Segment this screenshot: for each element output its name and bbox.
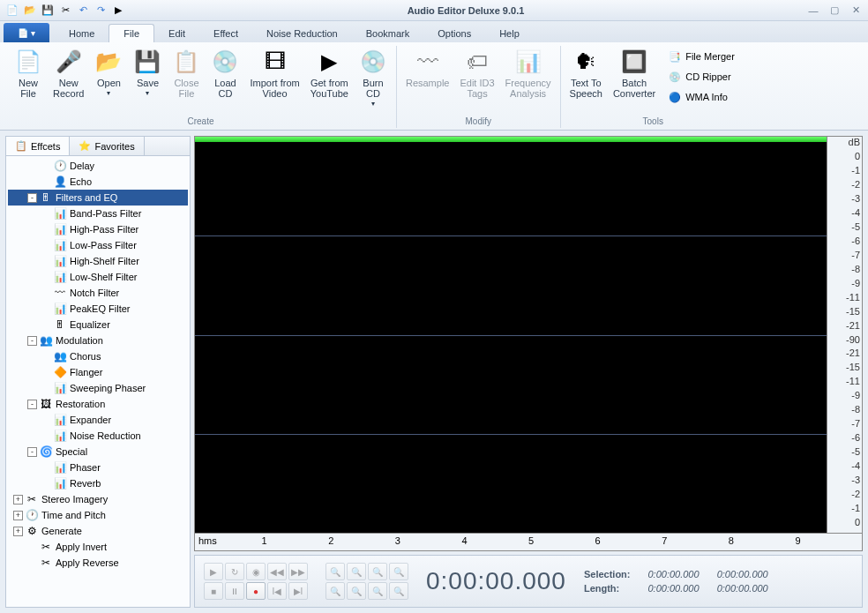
tree-item-stereo-imagery[interactable]: +✂Stereo Imagery [8, 491, 188, 507]
close-icon[interactable]: ✕ [849, 4, 863, 18]
ribbon-btn-new-record[interactable]: 🎤NewRecord [48, 46, 89, 101]
tree-node-icon: ⚙ [25, 524, 39, 538]
tree-item-high-shelf-filter[interactable]: 📊High-Shelf Filter [8, 253, 188, 269]
zoom-sel-icon[interactable]: 🔍 [368, 563, 387, 580]
pause-button[interactable]: ⏸ [225, 582, 244, 600]
text to-icon: 🗣 [572, 48, 600, 76]
ribbon-btn-open[interactable]: 📂Open▾ [89, 46, 128, 100]
tree-item-generate[interactable]: +⚙Generate [8, 523, 188, 539]
tree-item-echo[interactable]: 👤Echo [8, 174, 188, 190]
zoom-in-icon[interactable]: 🔍 [326, 563, 345, 580]
qat-new-icon[interactable]: 📄 [5, 4, 19, 18]
tree-item-reverb[interactable]: 📊Reverb [8, 475, 188, 491]
tree-item-phaser[interactable]: 📊Phaser [8, 460, 188, 475]
ribbon-tab-home[interactable]: Home [55, 25, 108, 42]
timeline-unit: hms [198, 535, 217, 546]
ribbon-side-wma-info[interactable]: 🔵WMA Info [664, 88, 738, 106]
tree-node-label: Time and Pitch [41, 510, 106, 520]
play-button[interactable]: ▶ [204, 563, 223, 580]
forward-button[interactable]: ▶▶ [288, 563, 308, 580]
dropdown-arrow-icon: ▾ [137, 90, 159, 98]
tree-item-noise-reduction[interactable]: 📊Noise Reduction [8, 428, 188, 444]
zoom-out-v-icon[interactable]: 🔍 [347, 582, 366, 600]
zoom-out-icon[interactable]: 🔍 [347, 563, 366, 580]
ribbon-btn-get-from-youtube[interactable]: ▶Get fromYouTube [305, 46, 354, 101]
waveform-canvas[interactable]: dB0-1-2-3-4-5-6-7-8-9-11-15-21-90-21-15-… [194, 136, 863, 534]
tree-item-low-pass-filter[interactable]: 📊Low-Pass Filter [8, 237, 188, 253]
tree-node-label: Modulation [56, 335, 103, 346]
minimize-icon[interactable]: — [806, 4, 820, 18]
tree-item-high-pass-filter[interactable]: 📊High-Pass Filter [8, 221, 188, 237]
ribbon-btn-import-from-video[interactable]: 🎞Import fromVideo [244, 46, 304, 101]
tree-node-label: Low-Pass Filter [70, 240, 137, 250]
ribbon-tab-bookmark[interactable]: Bookmark [352, 25, 424, 42]
ribbon-btn-batch-converter[interactable]: 🔲BatchConverter [608, 46, 661, 101]
expand-icon[interactable]: + [13, 527, 23, 536]
ribbon-btn-new-file[interactable]: 📄NewFile [9, 46, 48, 101]
zoom-fit-icon[interactable]: 🔍 [389, 563, 408, 580]
qat-play-icon[interactable]: ▶ [111, 4, 125, 18]
tree-item-delay[interactable]: 🕐Delay [8, 158, 188, 174]
qat-save-icon[interactable]: 💾 [41, 4, 55, 18]
loop-button[interactable]: ↻ [225, 563, 244, 580]
collapse-icon[interactable]: - [27, 336, 37, 346]
ribbon-tab-file[interactable]: File [108, 24, 154, 42]
ribbon-side-cd-ripper[interactable]: 💿CD Ripper [664, 68, 738, 86]
ribbon-tab-help[interactable]: Help [485, 25, 534, 42]
tree-item-expander[interactable]: 📊Expander [8, 412, 188, 428]
tree-item-band-pass-filter[interactable]: 📊Band-Pass Filter [8, 206, 188, 221]
effects-tree[interactable]: 🕐Delay👤Echo-🎚Filters and EQ📊Band-Pass Fi… [6, 156, 190, 607]
record-button[interactable]: ● [246, 582, 266, 600]
tab-effects[interactable]: 📋 Effcets [6, 137, 70, 155]
goto-end-button[interactable]: ▶I [288, 582, 308, 600]
qat-cut-icon[interactable]: ✂ [58, 4, 72, 18]
zoom-left-icon[interactable]: 🔍 [368, 582, 387, 600]
tree-item-sweeping-phaser[interactable]: 📊Sweeping Phaser [8, 380, 188, 396]
ribbon-btn-burn-cd[interactable]: 💿BurnCD▾ [354, 46, 393, 110]
timeline[interactable]: hms 123456789 [194, 534, 863, 551]
tree-item-equalizer[interactable]: 🎚Equalizer [8, 317, 188, 333]
tree-node-label: Delay [70, 161, 94, 171]
tree-item-notch-filter[interactable]: 〰Notch Filter [8, 285, 188, 301]
ribbon-btn-load-cd[interactable]: 💿LoadCD [206, 46, 244, 101]
tree-item-chorus[interactable]: 👥Chorus [8, 348, 188, 364]
tree-item-filters-and-eq[interactable]: -🎚Filters and EQ [8, 190, 188, 206]
qat-open-icon[interactable]: 📂 [23, 4, 37, 18]
zoom-in-v-icon[interactable]: 🔍 [326, 582, 345, 600]
tree-item-flanger[interactable]: 🔶Flanger [8, 364, 188, 380]
qat-undo-icon[interactable]: ↶ [76, 4, 90, 18]
db-tick: -8 [851, 264, 860, 274]
tree-item-low-shelf-filter[interactable]: 📊Low-Shelf Filter [8, 269, 188, 285]
zoom-right-icon[interactable]: 🔍 [389, 582, 408, 600]
collapse-icon[interactable]: - [27, 193, 37, 203]
tree-node-label: Apply Reverse [56, 557, 119, 568]
collapse-icon[interactable]: - [27, 447, 37, 457]
tab-favorites[interactable]: ⭐ Favorites [70, 137, 144, 155]
collapse-icon[interactable]: - [27, 400, 37, 409]
stop-button[interactable]: ■ [204, 582, 223, 600]
ribbon-tab-effect[interactable]: Effect [199, 25, 252, 42]
ribbon-btn-text-to-speech[interactable]: 🗣Text ToSpeech [565, 46, 608, 101]
maximize-icon[interactable]: ▢ [827, 4, 842, 18]
tree-node-icon: 🌀 [39, 445, 53, 459]
rewind-button[interactable]: ◀◀ [267, 563, 287, 580]
expand-icon[interactable]: + [13, 495, 23, 505]
tree-item-special[interactable]: -🌀Special [8, 444, 188, 460]
tree-item-time-and-pitch[interactable]: +🕐Time and Pitch [8, 507, 188, 523]
ribbon-tab-edit[interactable]: Edit [154, 25, 199, 42]
stop-end-button[interactable]: ◉ [246, 563, 266, 580]
qat-redo-icon[interactable]: ↷ [94, 4, 108, 18]
ribbon-tab-noise-reduction[interactable]: Noise Reduction [252, 25, 352, 42]
tree-item-apply-invert[interactable]: ✂Apply Invert [8, 539, 188, 555]
app-menu-button[interactable]: 📄 ▾ [4, 23, 49, 42]
tree-node-icon: 🎚 [53, 318, 67, 332]
expand-icon[interactable]: + [13, 511, 23, 520]
tree-item-modulation[interactable]: -👥Modulation [8, 333, 188, 348]
ribbon-side-file-merger[interactable]: 📑File Merger [664, 48, 738, 65]
tree-item-peakeq-filter[interactable]: 📊PeakEQ Filter [8, 301, 188, 317]
tree-item-restoration[interactable]: -🖼Restoration [8, 396, 188, 412]
ribbon-tab-options[interactable]: Options [423, 25, 485, 42]
ribbon-btn-save[interactable]: 💾Save▾ [128, 46, 167, 100]
goto-start-button[interactable]: I◀ [267, 582, 287, 600]
tree-item-apply-reverse[interactable]: ✂Apply Reverse [8, 555, 188, 571]
